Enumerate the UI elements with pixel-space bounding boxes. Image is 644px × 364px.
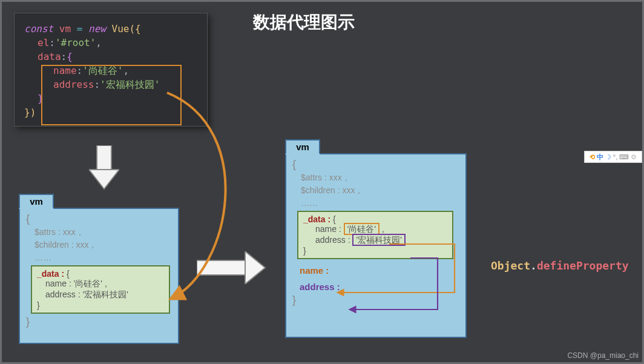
degree-icon: °,: [613, 153, 617, 160]
arrow-right: [197, 251, 266, 284]
address-value-box: '宏福科技园': [352, 234, 405, 246]
name-value-box: '尚硅谷': [344, 223, 380, 235]
proxy-name-prop: name :: [292, 265, 459, 276]
arrow-down: [89, 145, 119, 190]
moon-icon: ☽: [605, 153, 611, 161]
proxy-address-prop: address :: [292, 282, 459, 292]
svg-marker-1: [89, 170, 119, 189]
ime-toolbar[interactable]: ⟲ 中 ☽ °, ⌨ ⚙: [584, 151, 642, 163]
watermark: CSDN @pa_miao_chi: [567, 351, 639, 360]
vm-tab-left: vm: [19, 194, 54, 209]
diagram-title: 数据代理图示: [253, 11, 355, 34]
svg-rect-2: [197, 260, 245, 275]
ime-lang-indicator: 中: [597, 153, 603, 162]
define-property-label: Object.defineProperty: [491, 259, 629, 272]
vm-box-right: vm { $attrs : xxx， $children : xxx， …… _…: [285, 153, 467, 338]
svg-rect-0: [97, 145, 111, 170]
ime-logo-icon: ⟲: [590, 153, 595, 161]
vm-tab-right: vm: [285, 139, 320, 154]
vm-box-left: vm { $attrs : xxx， $children : xxx， …… _…: [19, 208, 179, 344]
settings-icon: ⚙: [631, 153, 637, 161]
code-block: const vm = new Vue({ el:'#root', data:{ …: [14, 13, 208, 127]
data-box-left: _data : { name : '尚硅谷' , address : '宏福科技…: [31, 265, 170, 314]
data-box-right: _data : { name : '尚硅谷' , address : '宏福科技…: [297, 211, 453, 259]
keyboard-icon: ⌨: [619, 153, 629, 161]
svg-marker-3: [245, 251, 265, 284]
